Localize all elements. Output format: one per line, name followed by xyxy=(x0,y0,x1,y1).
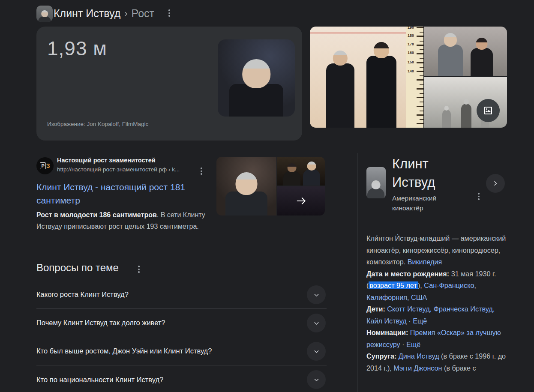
portrait-figure xyxy=(229,84,283,117)
knowledge-panel-body: Кли́нтон И́ствуд-младший — американский … xyxy=(366,233,510,374)
paa-question-text: Кто был выше ростом, Джон Уэйн или Клинт… xyxy=(36,347,212,355)
chevron-down-icon[interactable] xyxy=(307,285,326,304)
figure xyxy=(367,188,384,198)
figure xyxy=(442,110,451,128)
site-favicon[interactable]: Р З xyxy=(36,157,54,174)
inline-text: (в браке с xyxy=(442,364,476,372)
avatar-face xyxy=(38,16,51,22)
height-answer-value: 1,93 м xyxy=(47,37,107,60)
chevron-down-icon[interactable] xyxy=(307,370,326,389)
panel-next-button[interactable] xyxy=(486,174,505,193)
figure xyxy=(225,192,267,215)
panel-fact-spouse: Супруга: Дина Иствуд (в браке с 1996 г. … xyxy=(366,350,510,374)
paa-question-row[interactable]: Почему Клинт Иствуд так долго живет? xyxy=(36,309,327,337)
clint-eastwood-photo[interactable] xyxy=(218,39,295,117)
panel-description: Кли́нтон И́ствуд-младший — американский … xyxy=(366,233,510,268)
breadcrumb-attribute[interactable]: Рост xyxy=(132,7,154,20)
featured-answer-card: 1,93 м Изображение: Jon Kopaloff, FilmMa… xyxy=(36,27,302,141)
figure-clint xyxy=(326,63,354,128)
knowledge-panel-photo[interactable] xyxy=(366,167,386,198)
inline-text: · xyxy=(400,341,406,348)
breadcrumb-separator: › xyxy=(124,8,127,19)
people-also-ask-heading: Вопросы по теме xyxy=(36,262,119,274)
inline-text: Рост в молодости 186 сантиметров xyxy=(36,211,157,218)
paa-question-text: Кто по национальности Клинт Иствуд? xyxy=(36,376,163,384)
google-search-results-page: Клинт Иствуд › Рост 1,93 м Изображение: … xyxy=(0,0,534,392)
ruler-label: 160 xyxy=(408,51,414,55)
figure xyxy=(283,171,300,186)
people-also-ask-list: Какого роста Клинт Иствуд? Почему Клинт … xyxy=(36,281,327,392)
inline-text: Дети: xyxy=(366,305,387,313)
inline-link[interactable]: Википедия xyxy=(408,258,442,266)
breadcrumb: Клинт Иствуд › Рост xyxy=(54,7,154,20)
result-site-name[interactable]: Настоящий рост знаменитостей xyxy=(57,157,156,164)
photo-icon xyxy=(483,105,493,116)
result-url[interactable]: http://настоящий-рост-знаменитостей.рф ›… xyxy=(57,166,180,173)
result-title-link[interactable]: Клинт Иствуд - настоящий рост 181 сантим… xyxy=(36,180,204,207)
paa-question-row[interactable]: Кто по национальности Клинт Иствуд? xyxy=(36,365,327,392)
figure xyxy=(303,169,320,186)
result-thumb-photo[interactable] xyxy=(277,157,325,186)
highlighted-text: возраст 95 лет xyxy=(369,281,418,289)
breadcrumb-entity[interactable]: Клинт Иствуд xyxy=(54,7,120,20)
height-comparison-photo[interactable]: 190 180 170 160 150 140 xyxy=(310,27,423,128)
inline-link[interactable]: Дина Иствуд xyxy=(399,352,439,360)
favicon-letter: З xyxy=(46,162,50,169)
entity-avatar[interactable] xyxy=(36,6,53,22)
panel-more-options-icon[interactable] xyxy=(478,193,480,200)
figure xyxy=(461,104,471,128)
ruler-label: 140 xyxy=(408,69,414,73)
paa-question-text: Почему Клинт Иствуд так долго живет? xyxy=(36,319,165,327)
inline-link[interactable]: Мэгги Джонсон xyxy=(393,364,442,372)
panel-fact-birth: Дата и место рождения: 31 мая 1930 г. (в… xyxy=(366,268,510,304)
inline-text: · xyxy=(407,317,413,325)
knowledge-panel-title: Клинт Иствуд xyxy=(392,155,465,192)
height-ruler: 190 180 170 160 150 140 xyxy=(406,27,423,128)
figure xyxy=(438,45,463,76)
figure-bradley xyxy=(366,56,396,128)
paa-question-row[interactable]: Какого роста Клинт Иствуд? xyxy=(36,281,327,309)
column-divider xyxy=(357,153,357,392)
view-all-images-button[interactable] xyxy=(477,99,500,122)
result-thumbnails xyxy=(216,157,325,215)
chevron-down-icon[interactable] xyxy=(307,342,326,361)
chevron-right-icon xyxy=(492,180,499,187)
inline-link[interactable]: Ещё xyxy=(413,317,427,325)
image-collage: 190 180 170 160 150 140 xyxy=(310,27,507,128)
panel-fact-nominations: Номинации: Премия «Оскар» за лучшую режи… xyxy=(366,327,510,350)
image-credit-caption: Изображение: Jon Kopaloff, FilmMagic xyxy=(47,121,148,127)
result-thumb-more-photos[interactable] xyxy=(277,186,325,215)
panel-divider xyxy=(366,223,506,223)
inline-text: ), xyxy=(418,281,424,289)
figure xyxy=(471,48,493,76)
paa-more-options-icon[interactable] xyxy=(138,266,140,273)
chevron-down-icon[interactable] xyxy=(307,314,326,332)
result-more-options-icon[interactable] xyxy=(201,168,202,175)
result-snippet: Рост в молодости 186 сантиметров. В сети… xyxy=(36,209,209,232)
inline-text: Номинации: xyxy=(366,329,410,336)
favicon-letter: Р xyxy=(40,162,45,169)
knowledge-panel-subtitle: Американский киноактёр xyxy=(392,193,454,213)
inline-text: Дата и место рождения: xyxy=(366,270,451,278)
ruler-label: 170 xyxy=(408,42,414,46)
paa-question-row[interactable]: Кто был выше ростом, Джон Уэйн или Клинт… xyxy=(36,337,327,365)
inline-text: Супруга: xyxy=(366,352,399,360)
panel-fact-children: Дети: Скотт Иствуд, Франческа Иствуд, Ка… xyxy=(366,303,510,327)
arrow-right-icon xyxy=(295,195,307,207)
ruler-label: 190 xyxy=(408,27,414,30)
ruler-label: 180 xyxy=(408,33,414,38)
ruler-label: 150 xyxy=(408,60,414,64)
clint-and-dina-photo[interactable] xyxy=(424,27,507,76)
inline-link[interactable]: Ещё xyxy=(406,341,420,348)
result-thumb-portrait[interactable] xyxy=(216,157,276,215)
more-options-icon[interactable] xyxy=(168,9,170,17)
paa-question-text: Какого роста Клинт Иствуд? xyxy=(36,290,129,299)
